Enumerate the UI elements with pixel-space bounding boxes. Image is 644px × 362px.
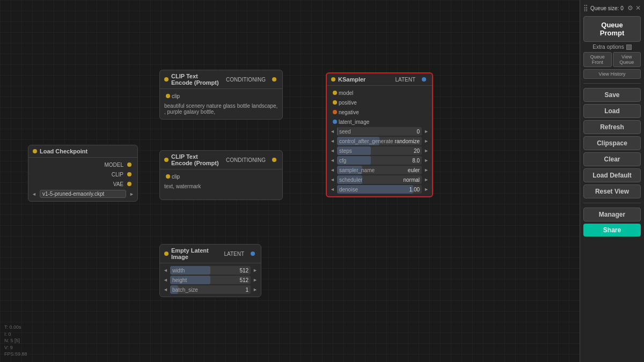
output-clip: CLIP bbox=[28, 169, 137, 179]
steps-arrow-left[interactable]: ◄ bbox=[329, 148, 336, 153]
clip-negative-input-label: clip bbox=[172, 174, 180, 180]
refresh-button[interactable]: Refresh bbox=[583, 120, 641, 134]
reset-view-button[interactable]: Reset View bbox=[583, 184, 641, 198]
empty-latent-node: Empty Latent Image LATENT ◄ width 512 ► … bbox=[159, 244, 261, 297]
ckpt-arrow-right[interactable]: ► bbox=[128, 191, 135, 197]
scheduler-value: normal bbox=[404, 177, 420, 183]
height-label: height bbox=[172, 277, 239, 283]
height-track[interactable]: height 512 bbox=[170, 276, 251, 284]
scheduler-label: scheduler bbox=[339, 177, 404, 183]
width-arrow-left[interactable]: ◄ bbox=[162, 268, 169, 273]
cfg-arrow-right[interactable]: ► bbox=[423, 158, 430, 163]
denoise-label: denoise bbox=[339, 187, 409, 193]
ksampler-out-connector[interactable] bbox=[422, 77, 426, 82]
close-icon[interactable]: ✕ bbox=[635, 4, 641, 12]
clip-connector[interactable] bbox=[127, 172, 131, 176]
sampler-track[interactable]: sampler_name euler bbox=[337, 166, 422, 174]
extra-options-checkbox[interactable] bbox=[626, 45, 632, 50]
clipspace-button[interactable]: Clipspace bbox=[583, 136, 641, 150]
scheduler-arrow-right[interactable]: ► bbox=[423, 177, 430, 182]
seed-arrow-left[interactable]: ◄ bbox=[329, 129, 336, 134]
view-history-button[interactable]: View History bbox=[583, 69, 641, 79]
clear-button[interactable]: Clear bbox=[583, 152, 641, 166]
share-button[interactable]: Share bbox=[583, 224, 641, 237]
stat-t: T: 0.00s bbox=[4, 324, 27, 331]
load-button[interactable]: Load bbox=[583, 104, 641, 118]
settings-icon[interactable]: ⚙ bbox=[627, 4, 633, 12]
queue-size-label: Queue size: 0 bbox=[590, 5, 624, 11]
ksampler-latent-in[interactable] bbox=[333, 120, 337, 124]
clip-negative-text[interactable]: text, watermark bbox=[160, 181, 282, 197]
cfg-arrow-left[interactable]: ◄ bbox=[329, 158, 336, 163]
manager-button[interactable]: Manager bbox=[583, 208, 641, 221]
ksampler-model-in[interactable] bbox=[333, 91, 337, 95]
clip-negative-header: CLIP Text Encode (Prompt) CONDITIONING bbox=[160, 151, 282, 169]
denoise-arrow-left[interactable]: ◄ bbox=[329, 187, 336, 192]
denoise-arrow-right[interactable]: ► bbox=[423, 187, 430, 192]
batch-arrow-right[interactable]: ► bbox=[252, 287, 259, 292]
stat-i: I: 0 bbox=[4, 331, 27, 338]
latent-out-connector[interactable] bbox=[251, 252, 255, 256]
ksampler-model-label: model bbox=[339, 90, 353, 96]
save-button[interactable]: Save bbox=[583, 88, 641, 102]
stat-v: V: 9 bbox=[4, 344, 27, 351]
output-clip-label: CLIP bbox=[112, 172, 123, 178]
queue-prompt-button[interactable]: Queue Prompt bbox=[583, 16, 641, 42]
clip-positive-body: clip beautiful scenery nature glass bott… bbox=[160, 89, 282, 119]
ksampler-positive-in[interactable] bbox=[333, 100, 337, 105]
view-queue-button[interactable]: View Queue bbox=[613, 52, 641, 67]
control-arrow-right[interactable]: ► bbox=[423, 138, 430, 144]
model-connector[interactable] bbox=[127, 162, 131, 167]
scheduler-arrow-left[interactable]: ◄ bbox=[329, 177, 336, 182]
cfg-label: cfg bbox=[339, 158, 412, 164]
ksampler-dot bbox=[331, 77, 335, 82]
cfg-track[interactable]: cfg 8.0 bbox=[337, 156, 422, 165]
scheduler-track[interactable]: scheduler normal bbox=[337, 175, 422, 184]
queue-front-view-row: Queue Front View Queue bbox=[583, 52, 641, 67]
ksampler-positive-row: positive bbox=[327, 98, 432, 107]
denoise-track[interactable]: denoise 1.00 bbox=[337, 185, 422, 194]
clip-negative-body: clip text, watermark bbox=[160, 169, 282, 200]
width-track[interactable]: width 512 bbox=[170, 266, 251, 275]
empty-latent-header: Empty Latent Image LATENT bbox=[160, 245, 261, 263]
control-row: ◄ control_after_generate randomize ► bbox=[327, 136, 432, 146]
seed-arrow-right[interactable]: ► bbox=[423, 129, 430, 134]
denoise-value: 1.00 bbox=[409, 187, 420, 193]
height-arrow-left[interactable]: ◄ bbox=[162, 277, 169, 283]
height-row: ◄ height 512 ► bbox=[160, 275, 261, 285]
steps-value: 20 bbox=[414, 148, 420, 154]
queue-front-button[interactable]: Queue Front bbox=[583, 52, 612, 67]
width-label: width bbox=[172, 268, 239, 274]
width-arrow-right[interactable]: ► bbox=[252, 268, 259, 273]
ksampler-header: KSampler LATENT bbox=[327, 73, 432, 86]
load-default-button[interactable]: Load Default bbox=[583, 168, 641, 182]
clip-negative-in-connector[interactable] bbox=[166, 174, 170, 179]
control-arrow-left[interactable]: ◄ bbox=[329, 138, 336, 144]
ksampler-latent-label: latent_image bbox=[339, 119, 369, 125]
cfg-row: ◄ cfg 8.0 ► bbox=[327, 156, 432, 165]
sampler-arrow-right[interactable]: ► bbox=[423, 167, 430, 173]
clip-positive-out-connector[interactable] bbox=[272, 77, 276, 82]
ksampler-negative-in[interactable] bbox=[333, 110, 337, 114]
vae-connector[interactable] bbox=[127, 182, 131, 186]
batch-arrow-left[interactable]: ◄ bbox=[162, 287, 169, 292]
clip-positive-text[interactable]: beautiful scenery nature glass bottle la… bbox=[160, 101, 282, 117]
steps-arrow-right[interactable]: ► bbox=[423, 148, 430, 153]
sampler-arrow-left[interactable]: ◄ bbox=[329, 167, 336, 173]
output-model-label: MODEL bbox=[104, 162, 123, 168]
clip-negative-title: CLIP Text Encode (Prompt) bbox=[171, 153, 221, 166]
ckpt-arrow-left[interactable]: ◄ bbox=[31, 191, 38, 197]
clip-negative-out-connector[interactable] bbox=[272, 158, 276, 162]
height-arrow-right[interactable]: ► bbox=[252, 277, 259, 283]
divider-1 bbox=[583, 83, 641, 84]
stat-fps: FPS:59.88 bbox=[4, 351, 27, 358]
ckpt-selector[interactable]: v1-5-pruned-emaonly.ckpt bbox=[40, 190, 126, 198]
steps-track[interactable]: steps 20 bbox=[337, 146, 422, 155]
ksampler-output-label: LATENT bbox=[395, 77, 415, 83]
seed-track[interactable]: seed 0 bbox=[337, 127, 422, 136]
clip-positive-output-label: CONDITIONING bbox=[226, 77, 266, 83]
batch-track[interactable]: batch_size 1 bbox=[170, 285, 251, 294]
control-track[interactable]: control_after_generate randomize bbox=[337, 137, 422, 145]
control-label: control_after_generate bbox=[339, 138, 394, 144]
clip-positive-in-connector[interactable] bbox=[166, 94, 170, 98]
